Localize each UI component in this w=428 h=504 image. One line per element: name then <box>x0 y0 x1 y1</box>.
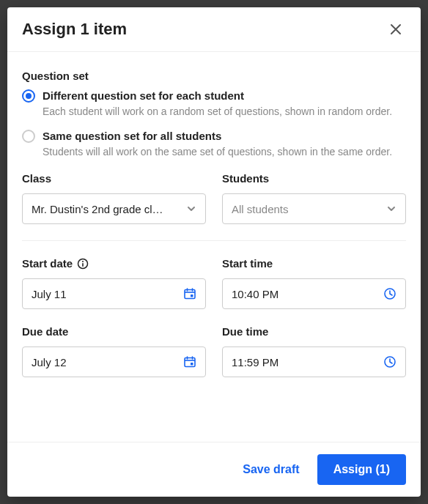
info-icon[interactable] <box>77 258 89 270</box>
class-select-value: Mr. Dustin's 2nd grade cl… <box>32 203 180 215</box>
svg-rect-2 <box>82 263 84 267</box>
svg-rect-7 <box>191 294 193 297</box>
chevron-down-icon <box>186 204 196 214</box>
radio-title: Different question set for each student <box>43 88 406 103</box>
start-row: Start date July 11 Start time <box>22 257 406 309</box>
start-time-column: Start time 10:40 PM <box>222 257 406 309</box>
svg-point-1 <box>82 261 84 262</box>
start-date-input[interactable]: July 11 <box>22 278 206 309</box>
assign-modal: Assign 1 item Question set Different que… <box>7 7 421 497</box>
due-date-value: July 12 <box>32 356 67 368</box>
start-date-label-text: Start date <box>22 257 73 270</box>
start-time-label: Start time <box>222 257 406 270</box>
svg-rect-13 <box>191 363 193 366</box>
start-date-column: Start date July 11 <box>22 257 206 309</box>
due-time-column: Due time 11:59 PM <box>222 325 406 377</box>
save-draft-button[interactable]: Save draft <box>240 459 302 481</box>
svg-rect-9 <box>185 358 195 367</box>
modal-title: Assign 1 item <box>22 20 127 39</box>
class-column: Class Mr. Dustin's 2nd grade cl… <box>22 172 206 224</box>
radio-title: Same question set for all students <box>43 128 406 144</box>
radio-different-set[interactable]: Different question set for each student … <box>22 88 406 119</box>
clock-icon <box>383 287 396 300</box>
modal-body: Question set Different question set for … <box>7 52 421 442</box>
radio-icon <box>22 89 35 103</box>
modal-overlay: Assign 1 item Question set Different que… <box>0 0 428 504</box>
due-row: Due date July 12 Due time 11:59 PM <box>22 325 406 377</box>
question-set-radio-group: Different question set for each student … <box>22 88 406 159</box>
clock-icon <box>383 355 396 368</box>
svg-rect-3 <box>185 290 195 299</box>
chevron-down-icon <box>386 204 396 214</box>
students-select-value: All students <box>232 203 380 215</box>
class-label: Class <box>22 172 206 185</box>
start-time-value: 10:40 PM <box>232 288 278 300</box>
due-date-input[interactable]: July 12 <box>22 346 206 377</box>
radio-icon <box>22 130 35 143</box>
radio-content: Different question set for each student … <box>43 88 406 119</box>
close-icon <box>390 23 402 35</box>
question-set-label: Question set <box>22 70 406 82</box>
due-time-label: Due time <box>222 325 406 338</box>
radio-same-set[interactable]: Same question set for all students Stude… <box>22 128 406 160</box>
due-time-value: 11:59 PM <box>232 356 278 368</box>
divider <box>22 240 406 241</box>
class-select[interactable]: Mr. Dustin's 2nd grade cl… <box>22 193 206 224</box>
students-label: Students <box>222 172 406 185</box>
calendar-icon <box>183 355 196 368</box>
due-time-input[interactable]: 11:59 PM <box>222 346 406 377</box>
due-date-label: Due date <box>22 325 206 338</box>
modal-header: Assign 1 item <box>7 7 421 52</box>
students-column: Students All students <box>222 172 406 224</box>
students-select[interactable]: All students <box>222 193 406 224</box>
radio-description: Each student will work on a random set o… <box>43 105 406 119</box>
radio-content: Same question set for all students Stude… <box>43 128 406 160</box>
class-students-row: Class Mr. Dustin's 2nd grade cl… Student… <box>22 172 406 224</box>
radio-description: Students will all work on the same set o… <box>43 145 406 160</box>
assign-button[interactable]: Assign (1) <box>317 454 406 485</box>
start-time-input[interactable]: 10:40 PM <box>222 278 406 309</box>
due-date-column: Due date July 12 <box>22 325 206 377</box>
start-date-label: Start date <box>22 257 206 270</box>
close-button[interactable] <box>385 19 406 40</box>
modal-footer: Save draft Assign (1) <box>7 442 421 497</box>
start-date-value: July 11 <box>32 288 67 300</box>
calendar-icon <box>183 287 196 300</box>
